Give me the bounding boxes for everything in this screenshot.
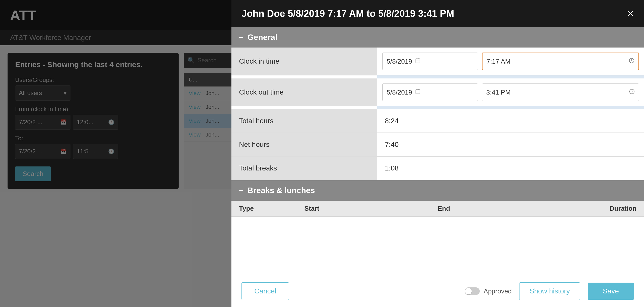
general-section-title: General [248,33,277,42]
blur-bar-2 [377,106,644,109]
blur-bar-1 [377,75,644,78]
col-duration: Duration [571,205,636,212]
toggle-knob [465,288,472,294]
cancel-button[interactable]: Cancel [242,282,289,300]
clock-icon-3 [629,58,634,65]
clock-out-time-input[interactable]: 3:41 PM [482,83,639,101]
show-history-button[interactable]: Show history [519,282,580,300]
total-breaks-value: 1:08 [377,157,644,180]
modal-body: − General Clock in time 5/8/2019 7:17 AM [231,27,644,275]
col-end: End [438,205,571,212]
breaks-section-header: − Breaks & lunches [231,180,644,201]
approved-label: Approved [484,287,512,295]
breaks-table-header: Type Start End Duration [231,201,644,217]
total-breaks-label: Total breaks [231,157,377,180]
close-icon[interactable]: × [627,8,634,20]
col-type: Type [239,205,304,212]
total-hours-row: Total hours 8:24 [231,109,644,133]
breaks-section-title: Breaks & lunches [248,186,315,195]
clock-in-label: Clock in time [231,48,377,75]
modal-header: John Doe 5/8/2019 7:17 AM to 5/8/2019 3:… [231,0,644,27]
net-hours-row: Net hours 7:40 [231,133,644,157]
breaks-collapse-icon[interactable]: − [239,186,244,195]
clock-in-time-input[interactable]: 7:17 AM [482,53,639,70]
general-section-header: − General [231,27,644,48]
calendar-icon-4 [415,89,421,96]
modal-dialog: John Doe 5/8/2019 7:17 AM to 5/8/2019 3:… [231,0,644,307]
modal-footer: Cancel Approved Show history Save [231,275,644,307]
save-button[interactable]: Save [588,283,634,300]
total-hours-label: Total hours [231,109,377,133]
calendar-icon-3 [415,58,421,65]
clock-out-label: Clock out time [231,78,377,106]
toggle-switch[interactable] [465,287,480,295]
clock-in-row: Clock in time 5/8/2019 7:17 AM [231,48,644,75]
clock-in-date-input[interactable]: 5/8/2019 [382,53,478,70]
clock-icon-4 [629,89,635,96]
approved-toggle[interactable]: Approved [465,287,512,295]
collapse-icon[interactable]: − [239,33,244,42]
total-breaks-row: Total breaks 1:08 [231,157,644,180]
svg-rect-5 [416,90,420,94]
modal-title: John Doe 5/8/2019 7:17 AM to 5/8/2019 3:… [242,8,454,19]
clock-in-value: 5/8/2019 7:17 AM [377,48,644,75]
net-hours-value: 7:40 [377,133,644,156]
footer-right: Approved Show history Save [465,282,634,300]
clock-out-value: 5/8/2019 3:41 PM [377,78,644,106]
clock-out-date-input[interactable]: 5/8/2019 [382,83,478,101]
clock-out-row: Clock out time 5/8/2019 3:41 PM [231,78,644,106]
total-hours-value: 8:24 [377,109,644,133]
net-hours-label: Net hours [231,133,377,156]
col-start: Start [304,205,438,212]
svg-rect-0 [416,59,420,63]
